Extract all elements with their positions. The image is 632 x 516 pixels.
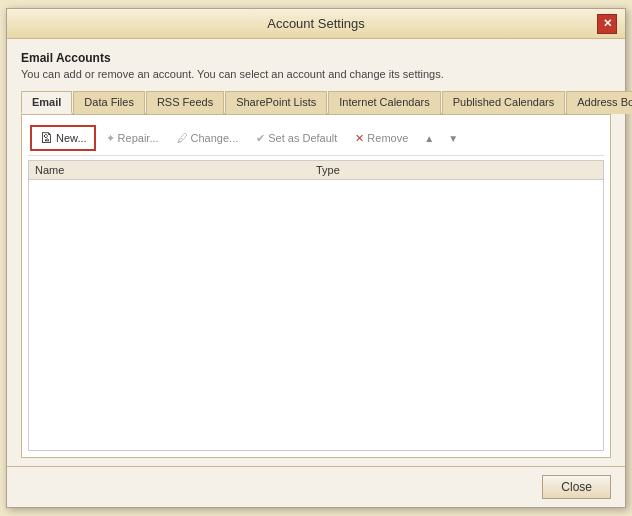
dialog-footer: Close <box>7 466 625 507</box>
dialog-content: Email Accounts You can add or remove an … <box>7 39 625 466</box>
change-label: Change... <box>191 132 239 144</box>
title-bar: Account Settings ✕ <box>7 9 625 39</box>
close-button[interactable]: Close <box>542 475 611 499</box>
repair-label: Repair... <box>118 132 159 144</box>
move-down-button[interactable]: ▼ <box>442 129 464 148</box>
repair-button[interactable]: ✦ Repair... <box>98 128 167 149</box>
table-body <box>29 180 603 445</box>
col-type: Type <box>316 164 597 176</box>
move-down-icon: ▼ <box>448 133 458 144</box>
tab-published-calendars[interactable]: Published Calendars <box>442 91 566 114</box>
tab-rss-feeds[interactable]: RSS Feeds <box>146 91 224 114</box>
header-description: You can add or remove an account. You ca… <box>21 68 611 80</box>
dialog-title: Account Settings <box>35 16 597 31</box>
accounts-table: Name Type <box>28 160 604 451</box>
remove-label: Remove <box>367 132 408 144</box>
toolbar: 🖻 New... ✦ Repair... 🖊 Change... ✔ Set a… <box>28 121 604 156</box>
remove-button[interactable]: ✕ Remove <box>347 128 416 149</box>
set-default-button[interactable]: ✔ Set as Default <box>248 128 345 149</box>
account-settings-dialog: Account Settings ✕ Email Accounts You ca… <box>6 8 626 508</box>
tabs-container: Email Data Files RSS Feeds SharePoint Li… <box>21 90 611 115</box>
set-default-icon: ✔ <box>256 132 265 145</box>
remove-icon: ✕ <box>355 132 364 145</box>
email-panel: 🖻 New... ✦ Repair... 🖊 Change... ✔ Set a… <box>21 115 611 458</box>
new-button[interactable]: 🖻 New... <box>30 125 96 151</box>
repair-icon: ✦ <box>106 132 115 145</box>
new-icon: 🖻 <box>39 130 53 146</box>
table-header: Name Type <box>29 161 603 180</box>
tab-internet-calendars[interactable]: Internet Calendars <box>328 91 441 114</box>
header-title: Email Accounts <box>21 51 611 65</box>
move-up-button[interactable]: ▲ <box>418 129 440 148</box>
tab-email[interactable]: Email <box>21 91 72 114</box>
tab-sharepoint-lists[interactable]: SharePoint Lists <box>225 91 327 114</box>
tab-address-books[interactable]: Address Books <box>566 91 632 114</box>
close-title-btn[interactable]: ✕ <box>597 14 617 34</box>
tab-data-files[interactable]: Data Files <box>73 91 145 114</box>
header-section: Email Accounts You can add or remove an … <box>21 51 611 80</box>
change-icon: 🖊 <box>177 132 188 144</box>
col-name: Name <box>35 164 316 176</box>
set-default-label: Set as Default <box>268 132 337 144</box>
move-up-icon: ▲ <box>424 133 434 144</box>
new-label: New... <box>56 132 87 144</box>
change-button[interactable]: 🖊 Change... <box>169 128 247 148</box>
